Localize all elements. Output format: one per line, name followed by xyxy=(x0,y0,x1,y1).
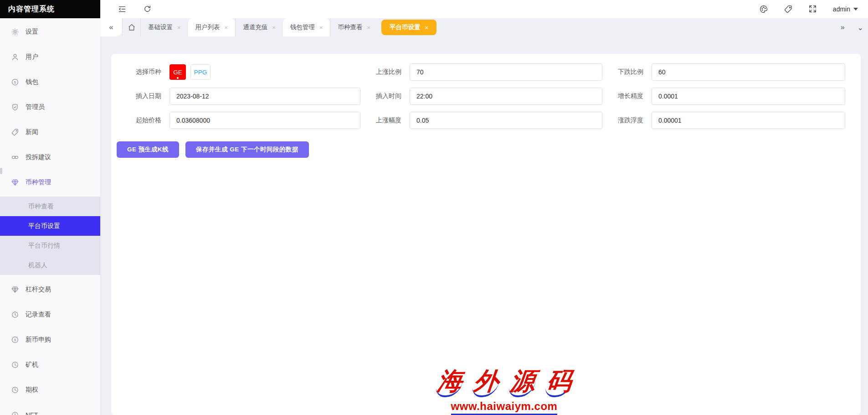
app-title: 内容管理系统 xyxy=(0,0,100,18)
sidebar-item-leverage-trading[interactable]: 杠杆交易 xyxy=(0,277,100,302)
sidebar-item-options[interactable]: 期权 xyxy=(0,377,100,402)
submenu-item-platform-coin-settings[interactable]: 平台币设置 xyxy=(0,216,100,236)
rise-amplitude-input[interactable] xyxy=(410,112,602,129)
submenu-item-coin-view[interactable]: 币种查看 xyxy=(0,197,100,216)
submenu-item-platform-coin-market[interactable]: 平台币行情 xyxy=(0,236,100,255)
sidebar-item-label: 钱包 xyxy=(26,78,38,86)
watermark-char: 外 xyxy=(471,368,501,397)
chevron-down-icon xyxy=(853,8,858,10)
coin-management-submenu: 币种查看 平台币设置 平台币行情 机器人 xyxy=(0,197,100,275)
tab-label: 币种查看 xyxy=(338,23,362,31)
history-icon xyxy=(11,311,19,319)
chevron-down-icon[interactable]: ⌄ xyxy=(858,23,863,32)
tab-wallet-management[interactable]: 钱包管理 × xyxy=(283,18,330,36)
submenu-item-robot[interactable]: 机器人 xyxy=(0,255,100,275)
tab-platform-coin-settings[interactable]: 平台币设置 × xyxy=(381,20,437,35)
tab-user-list[interactable]: 用户列表 × xyxy=(188,18,236,36)
watermark-url: www.haiwaiym.com xyxy=(451,400,558,415)
coin-option-label: PPG xyxy=(194,69,207,76)
double-chevron-right-icon[interactable]: » xyxy=(841,23,845,31)
watermark-char: 源 xyxy=(508,368,537,397)
save-and-generate-next-period-button[interactable]: 保存并生成 GE 下一个时间段的数据 xyxy=(185,141,309,158)
double-chevron-left-icon: « xyxy=(109,23,113,32)
link-icon xyxy=(11,153,19,161)
tabs-collapse-button[interactable]: « xyxy=(100,18,122,36)
pregenerate-kline-button[interactable]: GE 预生成K线 xyxy=(117,141,179,158)
sidebar-item-label: 新币申购 xyxy=(26,336,51,344)
sidebar-item-feedback[interactable]: 投拆建议 xyxy=(0,145,100,170)
sidebar-item-nft[interactable]: NFT xyxy=(0,402,100,415)
submenu-item-label: 币种查看 xyxy=(28,202,54,211)
insert-time-input[interactable] xyxy=(410,88,602,105)
rise-amplitude-label: 上涨幅度 xyxy=(369,116,401,124)
sidebar-item-mining-machine[interactable]: 矿机 xyxy=(0,352,100,377)
fullscreen-icon[interactable] xyxy=(808,5,817,14)
sidebar-scrollbar-thumb[interactable] xyxy=(0,168,2,174)
growth-precision-label: 增长精度 xyxy=(611,92,643,100)
close-icon[interactable]: × xyxy=(425,24,428,31)
tab-label: 平台币设置 xyxy=(390,23,421,31)
user-menu[interactable]: admin xyxy=(833,5,858,13)
tab-channel-recharge[interactable]: 通道充值 × xyxy=(235,18,283,36)
fluctuation-label: 涨跌浮度 xyxy=(611,116,643,124)
sidebar-item-label: 用户 xyxy=(26,53,38,61)
palette-icon[interactable] xyxy=(759,5,768,14)
history-icon xyxy=(11,361,19,369)
watermark-title: 海 外 源 码 xyxy=(437,368,572,397)
rise-ratio-label: 上涨比例 xyxy=(369,68,401,76)
fall-ratio-input[interactable] xyxy=(652,63,845,81)
gear-icon xyxy=(11,28,19,36)
sidebar-item-records[interactable]: 记录查看 xyxy=(0,302,100,327)
insert-time-label: 插入时间 xyxy=(369,92,401,100)
sidebar-item-news[interactable]: 新闻 xyxy=(0,119,100,145)
tag-icon[interactable] xyxy=(784,5,793,14)
start-price-label: 起始价格 xyxy=(123,116,161,124)
refresh-icon[interactable] xyxy=(143,5,152,14)
submenu-item-label: 平台币设置 xyxy=(28,222,60,230)
growth-precision-input[interactable] xyxy=(652,88,845,105)
watermark-char: 码 xyxy=(544,368,574,397)
svg-text:$: $ xyxy=(14,338,16,342)
fluctuation-input[interactable] xyxy=(652,112,845,129)
coin-selector: GE PPG xyxy=(169,64,360,80)
close-icon[interactable]: × xyxy=(177,24,181,31)
close-icon[interactable]: × xyxy=(225,24,228,31)
topbar-right: admin xyxy=(759,5,868,14)
coin-option-ppg[interactable]: PPG xyxy=(190,64,211,80)
close-icon[interactable]: × xyxy=(367,24,370,31)
sidebar: 内容管理系统 设置 用户 $ 钱包 管理员 新闻 投拆建议 币种管理 xyxy=(0,0,100,415)
username: admin xyxy=(833,5,850,13)
sidebar-item-settings[interactable]: 设置 xyxy=(0,19,100,44)
sidebar-item-admins[interactable]: 管理员 xyxy=(0,94,100,119)
close-icon[interactable]: × xyxy=(319,24,323,31)
tab-label: 用户列表 xyxy=(195,23,220,31)
gem-icon xyxy=(11,285,19,294)
sidebar-item-label: 矿机 xyxy=(26,361,38,369)
sidebar-item-new-coin-subscription[interactable]: $ 新币申购 xyxy=(0,327,100,352)
sidebar-item-users[interactable]: 用户 xyxy=(0,44,100,69)
svg-text:$: $ xyxy=(14,80,16,84)
fall-ratio-label: 下跌比例 xyxy=(611,68,643,76)
user-icon xyxy=(11,53,19,61)
form-actions: GE 预生成K线 保存并生成 GE 下一个时间段的数据 xyxy=(117,141,845,158)
insert-date-input[interactable] xyxy=(169,88,360,105)
tab-label: 基础设置 xyxy=(148,23,173,31)
tab-coin-view[interactable]: 币种查看 × xyxy=(330,18,378,36)
tab-bar: « 基础设置 × 用户列表 × 通道充值 × 钱包管理 × 币种查看 × 平台币… xyxy=(100,18,868,36)
insert-date-label: 插入日期 xyxy=(123,92,161,100)
sidebar-item-label: 设置 xyxy=(26,28,38,36)
rise-ratio-input[interactable] xyxy=(410,63,602,81)
menu-fold-icon[interactable] xyxy=(118,5,127,14)
home-icon xyxy=(128,23,136,31)
tab-basic-settings[interactable]: 基础设置 × xyxy=(140,18,188,36)
home-tab-button[interactable] xyxy=(122,18,140,36)
sidebar-item-label: 记录查看 xyxy=(26,311,51,319)
coin-option-ge[interactable]: GE xyxy=(169,64,186,80)
tab-label: 钱包管理 xyxy=(290,23,315,31)
history-icon xyxy=(11,386,19,394)
sidebar-item-wallet[interactable]: $ 钱包 xyxy=(0,69,100,94)
close-icon[interactable]: × xyxy=(272,24,276,31)
sidebar-item-label: 新闻 xyxy=(26,128,38,136)
start-price-input[interactable] xyxy=(169,112,360,129)
sidebar-item-coin-management[interactable]: 币种管理 xyxy=(0,170,100,195)
